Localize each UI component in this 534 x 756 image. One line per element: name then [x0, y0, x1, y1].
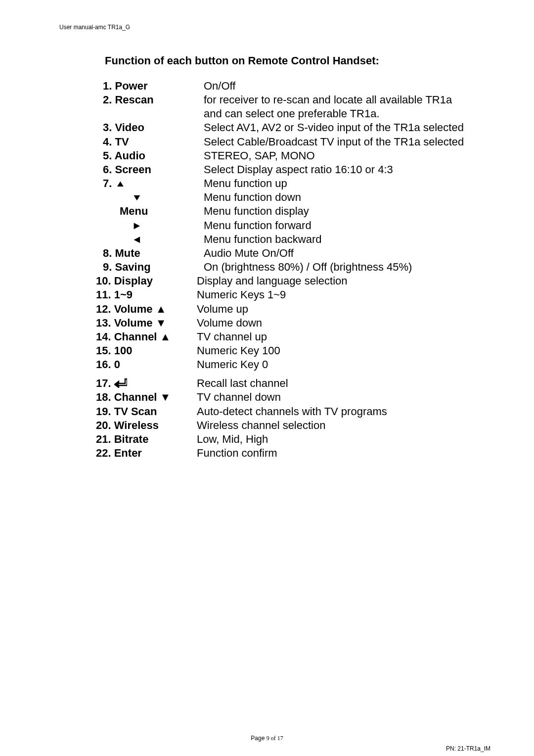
item-label: ▼ [103, 190, 204, 204]
item-label: Menu [103, 204, 204, 218]
item-label: 3. Video [103, 121, 204, 135]
item-description: On (brightness 80%) / Off (brightness 45… [204, 260, 412, 274]
item-description: Menu function forward [204, 219, 312, 233]
item-description: for receiver to re-scan and locate all a… [204, 93, 452, 107]
tri-right-icon: ► [132, 219, 142, 233]
list-item: 16. 0Numeric Key 0 [96, 358, 496, 372]
list-item: 2. Rescanfor receiver to re-scan and loc… [103, 93, 496, 107]
item-description: TV channel down [197, 390, 281, 404]
item-label: 19. TV Scan [96, 405, 197, 419]
return-icon [114, 377, 127, 389]
item-description: Audio Mute On/Off [204, 246, 294, 260]
item-description: Menu function up [204, 177, 287, 190]
list-item: ►Menu function forward [103, 219, 496, 233]
item-description: Menu function backward [204, 233, 321, 246]
list-item: 7. ▲Menu function up [103, 177, 496, 190]
item-label: 20. Wireless [96, 419, 197, 432]
footer-page-of: of [269, 735, 277, 742]
list-item: 19. TV ScanAuto-detect channels with TV … [96, 405, 496, 419]
item-description: Select AV1, AV2 or S-video input of the … [204, 121, 464, 135]
item-label: 16. 0 [96, 358, 197, 372]
item-description: and can select one preferable TR1a. [204, 107, 380, 121]
list-item: ◄Menu function backward [103, 233, 496, 246]
list-item: 15. 100Numeric Key 100 [96, 344, 496, 358]
item-label: 13. Volume ▼ [96, 316, 197, 330]
item-description: Recall last channel [197, 377, 288, 390]
doc-header: User manual-amc TR1a_G [59, 24, 496, 31]
list-item: 8. MuteAudio Mute On/Off [103, 246, 496, 260]
item-label: 5. Audio [103, 149, 204, 163]
item-label: 1. Power [103, 79, 204, 93]
item-description: Menu function display [204, 204, 309, 218]
list-item: 10. DisplayDisplay and language selectio… [96, 274, 496, 288]
list-item: 21. BitrateLow, Mid, High [96, 432, 496, 446]
item-label: 6. Screen [103, 163, 204, 177]
item-label: ◄ [103, 233, 204, 246]
list-item: 1. PowerOn/Off [103, 79, 496, 93]
item-label: 12. Volume ▲ [96, 302, 197, 316]
item-description: Numeric Keys 1~9 [197, 288, 286, 302]
function-list: 1. PowerOn/Off2. Rescanfor receiver to r… [103, 79, 496, 460]
item-label: 9. Saving [103, 260, 204, 274]
item-label: ► [103, 219, 204, 233]
item-description: Wireless channel selection [197, 419, 325, 432]
list-item: 3. VideoSelect AV1, AV2 or S-video input… [103, 121, 496, 135]
list-item: 12. Volume ▲Volume up [96, 302, 496, 316]
list-item: 18. Channel ▼TV channel down [96, 390, 496, 404]
item-description: Volume down [197, 316, 262, 330]
item-description: Numeric Key 100 [197, 344, 280, 358]
item-description: Menu function down [204, 190, 301, 204]
item-description: Select Cable/Broadcast TV input of the T… [204, 135, 464, 149]
tri-down-icon: ▼ [132, 192, 142, 203]
item-label: 10. Display [96, 274, 197, 288]
item-description: Volume up [197, 302, 248, 316]
list-item: 13. Volume ▼Volume down [96, 316, 496, 330]
item-description: Low, Mid, High [197, 432, 268, 446]
item-label: 7. ▲ [103, 177, 204, 190]
item-label: 18. Channel ▼ [96, 390, 197, 404]
item-description: TV channel up [197, 330, 267, 344]
item-label: 22. Enter [96, 446, 197, 460]
footer-page-label: Page [251, 735, 266, 742]
tri-left-icon: ◄ [132, 233, 142, 246]
list-item: 14. Channel ▲TV channel up [96, 330, 496, 344]
item-description: STEREO, SAP, MONO [204, 149, 315, 163]
item-description: Auto-detect channels with TV programs [197, 405, 387, 419]
list-item: 4. TVSelect Cable/Broadcast TV input of … [103, 135, 496, 149]
item-description: On/Off [204, 79, 235, 93]
list-item: 17. Recall last channel [96, 377, 496, 390]
list-item: 5. AudioSTEREO, SAP, MONO [103, 149, 496, 163]
list-item: 11. 1~9Numeric Keys 1~9 [96, 288, 496, 302]
item-description: Function confirm [197, 446, 277, 460]
item-description: Display and language selection [197, 274, 348, 288]
item-label: 11. 1~9 [96, 288, 197, 302]
item-description: Numeric Key 0 [197, 358, 268, 372]
item-label: 4. TV [103, 135, 204, 149]
item-label: 15. 100 [96, 344, 197, 358]
item-label: 21. Bitrate [96, 432, 197, 446]
section-title: Function of each button on Remote Contro… [105, 54, 496, 67]
item-label: 17. [96, 377, 197, 390]
list-item: MenuMenu function display [103, 204, 496, 218]
footer-page-total: 17 [277, 735, 283, 742]
list-item: and can select one preferable TR1a. [103, 107, 496, 121]
part-number: PN: 21-TR1a_IM [446, 745, 490, 752]
item-description: Select Display aspect ratio 16:10 or 4:3 [204, 163, 393, 177]
page: User manual-amc TR1a_G Function of each … [0, 0, 534, 756]
item-label: 2. Rescan [103, 93, 204, 107]
item-label: 14. Channel ▲ [96, 330, 197, 344]
item-label: 8. Mute [103, 246, 204, 260]
list-item: 6. ScreenSelect Display aspect ratio 16:… [103, 163, 496, 177]
list-item: 20. WirelessWireless channel selection [96, 419, 496, 432]
list-item: 22. EnterFunction confirm [96, 446, 496, 460]
list-item: ▼Menu function down [103, 190, 496, 204]
page-footer: Page 9 of 17 [0, 735, 534, 742]
list-item: 9. SavingOn (brightness 80%) / Off (brig… [103, 260, 496, 274]
tri-up-icon: ▲ [115, 178, 126, 189]
